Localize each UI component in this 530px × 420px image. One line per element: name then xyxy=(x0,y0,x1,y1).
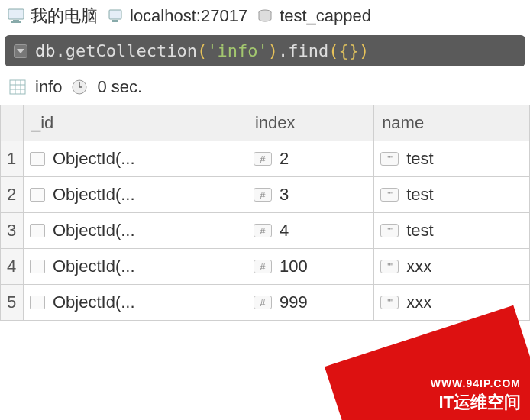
document-icon xyxy=(30,296,45,309)
cell-name-value: xxx xyxy=(406,292,431,312)
table-row[interactable]: 1ObjectId(...2test xyxy=(1,141,530,177)
cell-id[interactable]: ObjectId(... xyxy=(24,285,247,321)
breadcrumb-host[interactable]: localhost:27017 xyxy=(107,6,247,26)
cell-name[interactable]: xxx xyxy=(374,285,499,321)
cell-name[interactable]: test xyxy=(374,177,499,213)
computer-icon xyxy=(8,8,24,24)
server-icon xyxy=(107,8,124,24)
svg-rect-2 xyxy=(11,21,21,23)
query-method2: find xyxy=(288,41,328,60)
table-row[interactable]: 2ObjectId(...3test xyxy=(1,177,530,213)
cell-id[interactable]: ObjectId(... xyxy=(24,177,247,213)
cell-id-value: ObjectId(... xyxy=(53,292,135,312)
table-row[interactable]: 4ObjectId(...100xxx xyxy=(1,249,530,285)
row-number: 2 xyxy=(1,177,24,213)
document-icon xyxy=(30,188,45,202)
col-extra xyxy=(499,105,530,141)
cell-extra xyxy=(499,249,530,285)
cell-index-value: 100 xyxy=(280,257,308,276)
query-text[interactable]: db.getCollection('info').find({}) xyxy=(35,41,369,60)
svg-rect-4 xyxy=(112,20,118,22)
cell-name-value: test xyxy=(406,185,433,205)
string-type-icon xyxy=(380,296,399,309)
string-type-icon xyxy=(380,260,399,273)
row-number: 4 xyxy=(1,249,24,285)
cell-index[interactable]: 999 xyxy=(247,285,373,321)
string-type-icon xyxy=(380,152,399,166)
svg-rect-3 xyxy=(109,10,121,19)
database-icon xyxy=(257,8,273,24)
col-name[interactable]: name xyxy=(374,105,499,141)
row-number: 3 xyxy=(1,213,24,249)
cell-index-value: 3 xyxy=(280,185,289,205)
cell-index[interactable]: 2 xyxy=(247,141,373,177)
svg-rect-1 xyxy=(13,20,19,21)
document-icon xyxy=(30,152,45,166)
number-type-icon xyxy=(254,296,272,309)
watermark-url: WWW.94IP.COM xyxy=(431,377,521,389)
cell-id-value: ObjectId(... xyxy=(53,185,135,205)
query-db: db xyxy=(35,41,56,60)
number-type-icon xyxy=(254,152,272,166)
query-bar[interactable]: db.getCollection('info').find({}) xyxy=(5,35,525,66)
cell-name[interactable]: test xyxy=(374,141,499,177)
cell-name-value: test xyxy=(406,149,433,169)
query-method1: getCollection xyxy=(66,41,197,60)
col-rownum[interactable] xyxy=(1,105,24,141)
cell-id-value: ObjectId(... xyxy=(53,149,135,169)
grid-icon xyxy=(9,79,26,95)
cell-index-value: 2 xyxy=(280,149,289,169)
row-number: 5 xyxy=(1,285,24,321)
infobar-collection: info xyxy=(35,77,62,97)
cell-extra xyxy=(499,213,530,249)
number-type-icon xyxy=(254,224,272,237)
col-index[interactable]: index xyxy=(247,105,373,141)
watermark-title: IT运维空间 xyxy=(431,391,521,414)
svg-rect-6 xyxy=(10,80,25,94)
breadcrumb-host-label: localhost:27017 xyxy=(130,6,247,26)
number-type-icon xyxy=(254,260,272,273)
query-arg1: 'info' xyxy=(207,41,267,60)
cell-extra xyxy=(499,177,530,213)
table-row[interactable]: 5ObjectId(...999xxx xyxy=(1,285,530,321)
cell-extra xyxy=(499,141,530,177)
number-type-icon xyxy=(254,188,272,202)
cell-index[interactable]: 3 xyxy=(247,177,373,213)
breadcrumb-computer[interactable]: 我的电脑 xyxy=(8,5,98,27)
table-row[interactable]: 3ObjectId(...4test xyxy=(1,213,530,249)
svg-rect-0 xyxy=(8,9,24,19)
cell-name-value: test xyxy=(406,221,433,241)
string-type-icon xyxy=(380,188,399,202)
breadcrumb-computer-label: 我的电脑 xyxy=(31,5,98,27)
cell-id[interactable]: ObjectId(... xyxy=(24,141,247,177)
cell-name[interactable]: xxx xyxy=(374,249,499,285)
document-icon xyxy=(30,260,45,273)
cell-index[interactable]: 100 xyxy=(247,249,373,285)
query-brace-open: { xyxy=(338,41,348,60)
cell-name[interactable]: test xyxy=(374,213,499,249)
row-number: 1 xyxy=(1,141,24,177)
infobar: info 0 sec. xyxy=(0,71,530,105)
string-type-icon xyxy=(380,224,399,237)
cell-id[interactable]: ObjectId(... xyxy=(24,213,247,249)
cell-index-value: 4 xyxy=(280,221,289,241)
cell-index-value: 999 xyxy=(280,292,308,312)
results-table: _id index name 1ObjectId(...2test2Object… xyxy=(0,105,530,321)
cell-name-value: xxx xyxy=(406,257,431,276)
breadcrumb-database[interactable]: test_capped xyxy=(257,6,371,26)
query-brace-close: } xyxy=(349,41,359,60)
infobar-timing: 0 sec. xyxy=(97,77,142,97)
cell-id-value: ObjectId(... xyxy=(53,257,135,276)
document-icon xyxy=(30,224,45,237)
watermark-text: WWW.94IP.COM IT运维空间 xyxy=(431,377,521,414)
table-header-row: _id index name xyxy=(1,105,530,141)
clock-icon xyxy=(71,79,88,95)
cell-id-value: ObjectId(... xyxy=(53,221,135,241)
breadcrumb-database-label: test_capped xyxy=(280,6,371,26)
cell-id[interactable]: ObjectId(... xyxy=(24,249,247,285)
col-id[interactable]: _id xyxy=(24,105,247,141)
cell-index[interactable]: 4 xyxy=(247,213,373,249)
breadcrumb: 我的电脑 localhost:27017 test_capped xyxy=(0,0,530,34)
query-dropdown-icon[interactable] xyxy=(14,44,27,58)
